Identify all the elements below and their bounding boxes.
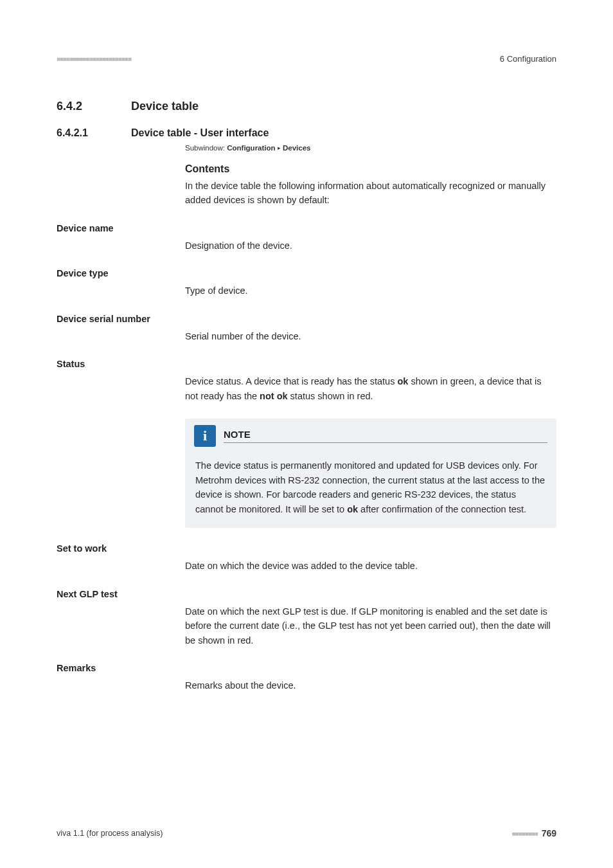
field-label-set-to-work: Set to work <box>57 543 556 554</box>
field-body-status: Device status. A device that is ready ha… <box>185 374 556 403</box>
field-label-next-glp: Next GLP test <box>57 589 556 599</box>
section-title: Device table <box>131 100 199 113</box>
page-header: ■■■■■■■■■■■■■■■■■■■■■■■ 6 Configuration <box>57 54 556 64</box>
subwindow-label: Subwindow: <box>185 144 225 152</box>
note-title: NOTE <box>224 429 547 442</box>
field-label-status: Status <box>57 359 556 369</box>
subsection-number: 6.4.2.1 <box>57 127 131 139</box>
field-label-remarks: Remarks <box>57 663 556 673</box>
contents-heading: Contents <box>185 163 556 175</box>
note-text-post: after confirmation of the connection tes… <box>358 504 526 514</box>
chapter-label: 6 Configuration <box>500 54 556 64</box>
footer-left: viva 1.1 (for process analysis) <box>57 829 163 838</box>
footer-dashes-icon: ■■■■■■■■ <box>511 830 537 837</box>
page-number: 769 <box>542 828 556 838</box>
subwindow-path2: Devices <box>283 144 310 152</box>
contents-paragraph: In the device table the following inform… <box>185 179 556 208</box>
subsection-heading: 6.4.2.1 Device table - User interface <box>57 127 556 139</box>
field-label-device-type: Device type <box>57 268 556 278</box>
subsection-title: Device table - User interface <box>131 127 269 139</box>
breadcrumb-separator-icon: ▸ <box>278 145 281 151</box>
header-dashes-icon: ■■■■■■■■■■■■■■■■■■■■■■■ <box>57 55 131 62</box>
note-divider <box>224 442 547 443</box>
section-number: 6.4.2 <box>57 100 131 113</box>
status-text-pre: Device status. A device that is ready ha… <box>185 376 397 386</box>
subwindow-path: Subwindow: Configuration ▸ Devices <box>185 144 556 152</box>
page-footer: viva 1.1 (for process analysis) ■■■■■■■■… <box>57 828 556 838</box>
field-body-serial: Serial number of the device. <box>185 329 556 343</box>
field-label-device-name: Device name <box>57 223 556 233</box>
field-body-remarks: Remarks about the device. <box>185 678 556 692</box>
subwindow-path1: Configuration <box>227 144 275 152</box>
field-body-next-glp: Date on which the next GLP test is due. … <box>185 604 556 647</box>
info-icon: i <box>194 425 216 447</box>
status-text-post: status shown in red. <box>288 391 373 401</box>
status-notok: not ok <box>260 391 288 401</box>
status-ok: ok <box>397 376 408 386</box>
field-label-serial: Device serial number <box>57 314 556 324</box>
field-body-device-type: Type of device. <box>185 284 556 298</box>
note-body: The device status is permanently monitor… <box>185 449 556 528</box>
field-body-device-name: Designation of the device. <box>185 239 556 253</box>
field-body-set-to-work: Date on which the device was added to th… <box>185 559 556 573</box>
note-ok: ok <box>347 504 358 514</box>
section-heading: 6.4.2 Device table <box>57 100 556 113</box>
note-callout: i NOTE The device status is permanently … <box>185 419 556 528</box>
